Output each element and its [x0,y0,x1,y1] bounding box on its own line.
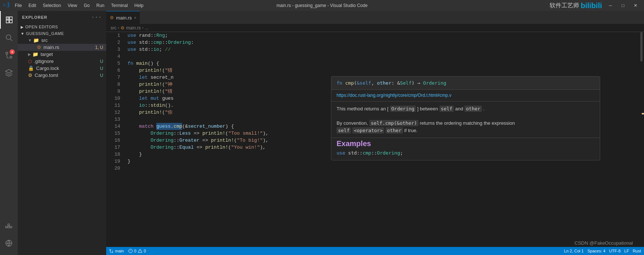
main-layout: 4 EXPLORER ··· ▶ OPEN EDITORS ▼ GUESSING… [0,11,644,255]
guessing-game-label: GUESSING_GAME [26,31,64,36]
hover-popup: fn cmp(&self, other: &Self) → Ordering h… [331,76,600,160]
line-num-12: 12 [106,109,120,116]
tree-item-cargo-toml[interactable]: ⚙ Cargo.toml U [18,72,106,79]
git-badge: 4 [10,49,15,54]
svg-point-4 [10,56,12,59]
line-num-14: 14 [106,123,120,130]
svg-rect-7 [10,226,12,228]
main-rs-badge: 1, U [95,45,103,50]
hover-popup-body: This method returns an [ Ordering ] betw… [331,102,600,138]
chevron-right-icon: ▶ [28,52,31,56]
activity-explorer-icon[interactable] [0,11,18,29]
status-encoding[interactable]: UTF-8 [609,249,620,253]
examples-heading: Examples [337,140,595,147]
line-num-9: 9 [106,88,120,95]
breadcrumb-file[interactable]: main.rs [126,25,140,31]
breadcrumb: src › ⚙ main.rs › ... [106,24,644,32]
line-num-11: 11 [106,102,120,109]
line-num-17: 17 [106,144,120,151]
line-num-15: 15 [106,130,120,137]
code-line-2: use std::cmp::Ordering: [128,39,639,46]
line-num-2: 2 [106,39,120,46]
bottom-watermark: CSDN @FakeOccupational [575,240,633,246]
target-label: target [41,52,53,57]
code-editor[interactable]: use rand::Rng; use std::cmp::Ordering: u… [125,32,639,247]
minimize-button[interactable]: ─ [605,2,616,9]
svg-rect-5 [6,226,7,228]
tree-item-target[interactable]: ▶ 📁 target [18,51,106,58]
activity-debug-icon[interactable] [0,64,18,82]
code-line-20 [128,165,639,172]
menu-terminal[interactable]: Terminal [108,2,130,9]
status-errors[interactable]: 0 0 [128,249,146,253]
activity-extensions-icon[interactable] [0,217,18,234]
tree-item-cargo-lock[interactable]: 🔒 Cargo.lock U [18,65,106,72]
close-button[interactable]: ✕ [630,2,641,9]
watermark-bili: bilibili [581,1,602,10]
menu-file[interactable]: File [12,2,25,9]
code-line-1: use rand::Rng; [128,32,639,39]
git-file-icon: ⬡ [28,59,32,64]
breadcrumb-src[interactable]: src [111,25,116,31]
tree-item-main-rs[interactable]: ⚙ main.rs 1, U [18,44,106,51]
breadcrumb-file-icon: ⚙ [121,25,125,31]
tab-bar: ⚙ main.rs × [106,11,644,24]
sidebar-more-button[interactable]: ··· [91,14,102,21]
menu-selection[interactable]: Selection [40,2,64,9]
line-num-20: 20 [106,165,120,172]
cargo-lock-label: Cargo.lock [36,65,59,71]
gitignore-badge: U [100,59,103,64]
breadcrumb-symbol[interactable]: ... [145,25,149,31]
menu-view[interactable]: View [65,2,80,9]
code-line-5: fn main() { [128,60,639,67]
main-rs-label: main.rs [43,45,59,50]
line-num-18: 18 [106,151,120,158]
cargo-lock-badge: U [100,66,103,71]
maximize-button[interactable]: □ [617,2,629,9]
menu-run[interactable]: Run [93,2,107,9]
svg-point-3 [6,52,8,54]
activity-remote-icon[interactable] [0,234,18,252]
menu-edit[interactable]: Edit [25,2,39,9]
svg-rect-0 [7,17,9,20]
status-branch[interactable]: main [109,249,124,253]
window-controls: ─ □ ✕ [605,2,641,9]
line-num-4: 4 [106,53,120,60]
activity-search-icon[interactable] [0,29,18,46]
tree-item-gitignore[interactable]: ⬡ .gitignore U [18,58,106,65]
sidebar-title: EXPLORER [22,15,48,20]
tab-close-icon[interactable]: × [134,16,136,20]
line-num-3: 3 [106,46,120,53]
open-editors-label: OPEN EDITORS [25,25,58,29]
svg-rect-6 [8,226,10,228]
tab-label: main.rs [116,15,132,21]
title-bar-left: File Edit Selection View Go Run Terminal… [3,1,146,10]
scrollbar-thumb[interactable] [640,32,643,61]
status-spaces[interactable]: Spaces: 4 [587,249,605,253]
menu-go[interactable]: Go [81,2,93,9]
cargo-toml-label: Cargo.toml [35,72,58,78]
activity-git-icon[interactable]: 4 [0,46,18,64]
status-bar: main 0 0 Ln 2, Col 1 Spaces: 4 UTF-8 LF … [106,247,644,255]
hover-popup-link[interactable]: https://doc.rust-lang.org/nightly/core/c… [331,90,600,102]
src-folder-label: src [41,38,48,43]
status-language[interactable]: Rust [633,249,641,253]
menu-help[interactable]: Help [132,2,147,9]
code-line-6: println!("猜 [128,67,639,74]
tab-main-rs[interactable]: ⚙ main.rs × [106,11,140,24]
breadcrumb-sep-2: › [142,26,143,30]
svg-point-11 [112,252,113,253]
section-open-editors[interactable]: ▶ OPEN EDITORS [18,24,106,30]
tree-item-src[interactable]: ▼ 📁 src [18,37,106,44]
section-guessing-game[interactable]: ▼ GUESSING_GAME [18,30,106,37]
window-title: main.rs - guessing_game - Visual Studio … [276,3,368,8]
scrollbar-track[interactable] [639,32,644,247]
title-bar-right: 软件工艺师 bilibili ─ □ ✕ [550,1,641,10]
status-ln-col[interactable]: Ln 2, Col 1 [564,249,584,253]
toml-file-icon: ⚙ [28,72,32,78]
scrollbar-marker [642,113,644,114]
line-num-7: 7 [106,74,120,81]
status-line-ending[interactable]: LF [624,249,629,253]
code-line-4 [128,53,639,60]
editor-area: ⚙ main.rs × src › ⚙ main.rs › ... 1 2 3 … [106,11,644,255]
